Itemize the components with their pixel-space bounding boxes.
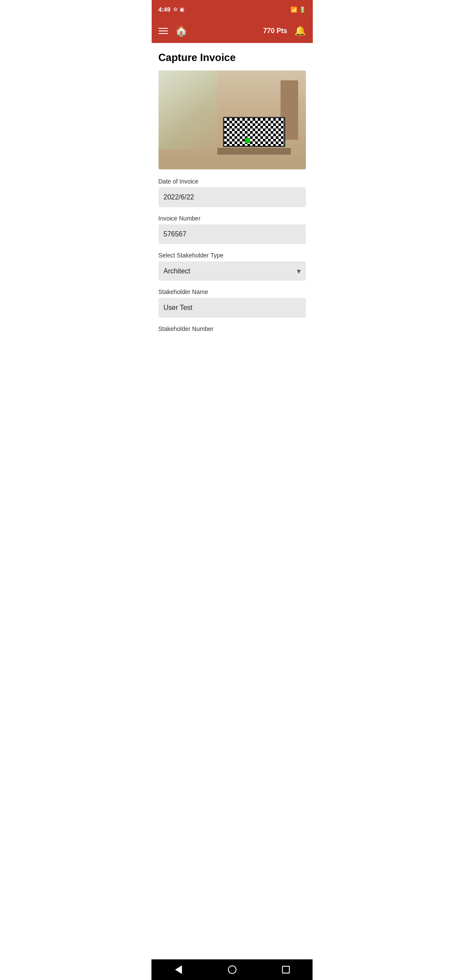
home-nav-icon bbox=[228, 965, 236, 974]
back-icon bbox=[175, 965, 182, 974]
invoice-number-label: Invoice Number bbox=[159, 215, 306, 222]
stakeholder-type-group: Select Stakeholder Type Architect Contra… bbox=[159, 252, 306, 281]
signal-icon: ▣ bbox=[180, 6, 184, 12]
navbar: 🏠 770 Pts 🔔 bbox=[152, 19, 313, 43]
page-content: Capture Invoice Date of Invoice Invoice … bbox=[152, 43, 313, 349]
status-icons: ⚙ ▣ bbox=[173, 6, 184, 12]
invoice-number-group: Invoice Number bbox=[159, 215, 306, 244]
recents-button[interactable] bbox=[273, 963, 299, 977]
settings-icon: ⚙ bbox=[173, 6, 178, 12]
room-scene bbox=[159, 70, 306, 169]
bottom-nav bbox=[152, 959, 313, 980]
page-title: Capture Invoice bbox=[159, 52, 306, 64]
recents-icon bbox=[282, 966, 290, 974]
stakeholder-type-select[interactable]: Architect Contractor Developer Engineer bbox=[159, 261, 306, 281]
home-icon[interactable]: 🏠 bbox=[175, 25, 188, 37]
wifi-icon: 📶 bbox=[290, 6, 297, 13]
tv-stand bbox=[217, 148, 291, 155]
navbar-right: 770 Pts 🔔 bbox=[263, 25, 305, 37]
stakeholder-type-wrapper: Architect Contractor Developer Engineer … bbox=[159, 261, 306, 281]
stakeholder-number-group: Stakeholder Number bbox=[159, 325, 306, 332]
invoice-image[interactable] bbox=[159, 70, 306, 169]
invoice-number-input[interactable] bbox=[159, 224, 306, 244]
points-display: 770 Pts bbox=[263, 27, 287, 35]
stakeholder-name-group: Stakeholder Name bbox=[159, 288, 306, 318]
status-bar: 4:49 ⚙ ▣ 📶 🔋 bbox=[152, 0, 313, 19]
tv-screen bbox=[223, 117, 286, 147]
date-of-invoice-input[interactable] bbox=[159, 187, 306, 207]
tv-green-dot bbox=[245, 138, 250, 143]
date-of-invoice-label: Date of Invoice bbox=[159, 178, 306, 185]
window-light bbox=[159, 70, 217, 150]
status-right-icons: 📶 🔋 bbox=[290, 6, 306, 13]
date-of-invoice-group: Date of Invoice bbox=[159, 178, 306, 207]
menu-button[interactable] bbox=[159, 28, 168, 34]
navbar-left: 🏠 bbox=[159, 25, 188, 37]
back-button[interactable] bbox=[165, 963, 191, 977]
status-bar-left: 4:49 ⚙ ▣ bbox=[159, 6, 184, 13]
stakeholder-name-input[interactable] bbox=[159, 298, 306, 318]
status-time: 4:49 bbox=[159, 6, 171, 13]
stakeholder-number-label: Stakeholder Number bbox=[159, 325, 306, 332]
stakeholder-type-label: Select Stakeholder Type bbox=[159, 252, 306, 259]
tv-unit bbox=[217, 117, 291, 155]
stakeholder-name-label: Stakeholder Name bbox=[159, 288, 306, 295]
notification-icon[interactable]: 🔔 bbox=[294, 25, 306, 37]
battery-icon: 🔋 bbox=[299, 6, 306, 13]
home-button[interactable] bbox=[219, 963, 245, 977]
